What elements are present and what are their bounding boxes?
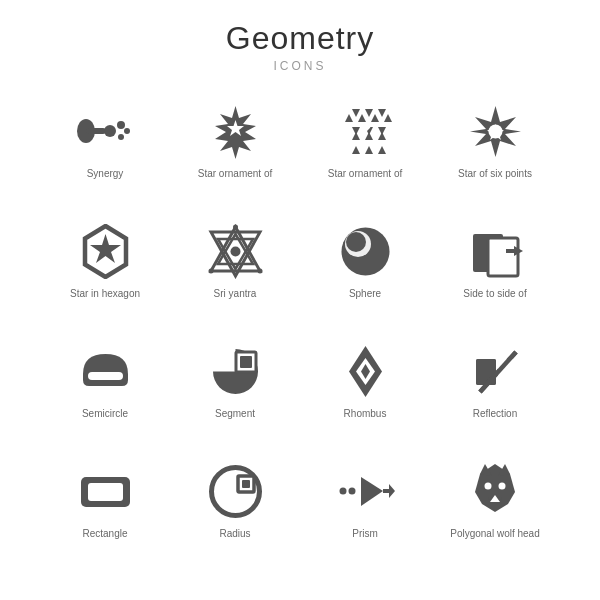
synergy-icon (75, 101, 135, 161)
icon-cell-star-six: Star of six points (430, 91, 560, 211)
segment-label: Segment (215, 407, 255, 420)
page-title: Geometry (226, 20, 374, 57)
icon-cell-semicircle: Semicircle (40, 331, 170, 451)
rhombus-icon (335, 341, 395, 401)
svg-marker-10 (378, 109, 386, 117)
side-to-side-icon (465, 221, 525, 281)
icon-cell-star-ornament-2: Star ornament of (300, 91, 430, 211)
side-to-side-label: Side to side of (463, 287, 526, 300)
svg-marker-21 (352, 146, 360, 154)
svg-point-3 (117, 121, 125, 129)
wolf-label: Polygonal wolf head (450, 527, 540, 540)
icon-cell-wolf: Polygonal wolf head (430, 451, 560, 571)
svg-marker-29 (90, 234, 121, 263)
svg-marker-22 (365, 146, 373, 154)
icon-cell-prism: Prism (300, 451, 430, 571)
svg-point-35 (233, 224, 238, 229)
svg-marker-6 (215, 106, 256, 159)
star-six-label: Star of six points (458, 167, 532, 180)
svg-rect-60 (242, 480, 250, 488)
wolf-head-icon (465, 461, 525, 521)
icon-cell-radius: Radius (170, 451, 300, 571)
icon-cell-sri-yantra: Sri yantra (170, 211, 300, 331)
icon-cell-sphere: Sphere (300, 211, 430, 331)
svg-marker-11 (345, 114, 353, 122)
svg-marker-12 (358, 114, 366, 122)
svg-point-36 (208, 268, 213, 273)
semicircle-label: Semicircle (82, 407, 128, 420)
svg-rect-44 (506, 249, 518, 253)
reflection-label: Reflection (473, 407, 517, 420)
icon-cell-rectangle: Rectangle (40, 451, 170, 571)
sphere-label: Sphere (349, 287, 381, 300)
svg-rect-1 (86, 128, 106, 134)
svg-rect-42 (488, 238, 518, 276)
icon-cell-segment: Segment (170, 331, 300, 451)
svg-marker-23 (378, 146, 386, 154)
prism-icon (335, 461, 395, 521)
star-ornament-1-icon (205, 101, 265, 161)
page-subtitle: ICONS (273, 59, 326, 73)
sri-yantra-icon (205, 221, 265, 281)
svg-marker-20 (378, 132, 386, 140)
svg-marker-14 (384, 114, 392, 122)
svg-point-61 (340, 487, 347, 494)
semicircle-icon (75, 341, 135, 401)
icon-cell-reflection: Reflection (430, 331, 560, 451)
svg-point-69 (485, 483, 492, 490)
icon-cell-synergy: Synergy (40, 91, 170, 211)
prism-label: Prism (352, 527, 378, 540)
svg-marker-19 (365, 132, 373, 140)
radius-icon (205, 461, 265, 521)
svg-rect-47 (240, 356, 252, 368)
svg-marker-66 (475, 464, 515, 512)
svg-point-2 (104, 125, 116, 137)
svg-rect-45 (88, 372, 123, 380)
svg-rect-57 (88, 483, 123, 501)
icon-cell-rhombus: Rhombus (300, 331, 430, 451)
icon-cell-star-ornament-1: Star ornament of (170, 91, 300, 211)
star-ornament-2-icon (335, 101, 395, 161)
svg-point-73 (499, 497, 502, 500)
rectangle-label: Rectangle (82, 527, 127, 540)
rhombus-label: Rhombus (344, 407, 387, 420)
sri-yantra-label: Sri yantra (214, 287, 257, 300)
svg-point-40 (346, 232, 366, 252)
icon-cell-side-to-side: Side to side of (430, 211, 560, 331)
reflection-icon (465, 341, 525, 401)
svg-point-37 (257, 268, 262, 273)
sphere-icon (335, 221, 395, 281)
svg-point-5 (124, 128, 130, 134)
svg-marker-18 (352, 132, 360, 140)
icon-cell-star-hexagon: Star in hexagon (40, 211, 170, 331)
star-hexagon-label: Star in hexagon (70, 287, 140, 300)
radius-label: Radius (219, 527, 250, 540)
svg-marker-9 (365, 109, 373, 117)
svg-rect-52 (476, 359, 496, 385)
rectangle-icon (75, 461, 135, 521)
svg-marker-63 (361, 477, 383, 506)
icon-grid: Synergy Star ornament of (40, 91, 560, 571)
star-hexagon-icon (75, 221, 135, 281)
star-ornament-1-label: Star ornament of (198, 167, 272, 180)
star-ornament-2-label: Star ornament of (328, 167, 402, 180)
svg-marker-13 (371, 114, 379, 122)
svg-point-4 (118, 134, 124, 140)
star-six-icon (465, 101, 525, 161)
svg-point-72 (489, 497, 492, 500)
synergy-label: Synergy (87, 167, 124, 180)
svg-marker-8 (352, 109, 360, 117)
svg-marker-65 (389, 484, 395, 498)
svg-point-70 (499, 483, 506, 490)
svg-point-62 (349, 487, 356, 494)
svg-point-34 (230, 246, 240, 256)
segment-icon (205, 341, 265, 401)
